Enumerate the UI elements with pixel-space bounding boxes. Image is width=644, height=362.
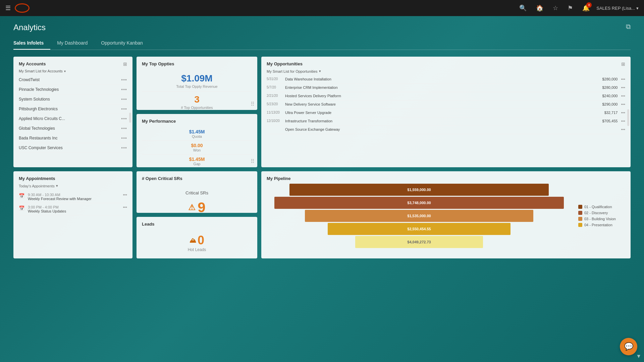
appt-menu-dots[interactable]: ••• [123,205,127,210]
list-item[interactable]: CrowdTwist ••• [19,75,127,85]
oppty-smart-list[interactable]: My Smart List for Opportunities ▾ [267,69,321,73]
item-menu-dots[interactable]: ••• [121,97,127,102]
item-menu-dots[interactable]: ••• [121,116,127,121]
leads-card: Leads ⛰ 0 Hot Leads [137,217,257,258]
gap-value: $1.45M [142,157,252,162]
pipeline-card: My Pipeline $1,559,000.00 $3,748,000.00 … [261,171,631,258]
quota-label: Quota [142,134,252,138]
list-item[interactable]: Applied Micro Circuits C... ••• [19,114,127,124]
leads-content: ⛰ 0 Hot Leads [142,229,252,256]
search-icon[interactable]: 🔍 [519,4,527,12]
oppty-smart-list-label: My Smart List for Opportunities [267,69,318,73]
opportunities-list[interactable]: 5/31/20 Data Warehouse Installation $280… [267,75,625,134]
scroll-track[interactable] [129,113,131,123]
notification-badge: 8 [586,2,592,8]
my-accounts-card: My Accounts My Smart List for Accounts ▾… [13,57,132,167]
oppty-item[interactable]: 11/13/20 Ultra Power Server Upgrade $32,… [267,109,625,117]
copy-icon[interactable]: ⧉ [626,23,631,31]
list-item[interactable]: Bada Restaurants Inc ••• [19,133,127,143]
appt-time: 9:30 AM - 10:30 AM [28,193,92,197]
oppty-menu-dots[interactable]: ••• [621,127,625,132]
legend-color [578,217,582,221]
top-oppties-metrics: $1.09M Total Top Oppty Revenue 3 # Top O… [142,69,252,110]
oppty-grid-icon[interactable]: ⊞ [621,61,625,67]
item-menu-dots[interactable]: ••• [121,106,127,112]
legend-item: 02 - Discovery [578,211,625,215]
user-menu[interactable]: SALES REP (Lisa... ▾ [596,6,639,11]
leads-flame-icon: ⛰ [190,237,196,244]
tab-opportunity-kanban[interactable]: Opportunity Kanban [101,38,150,50]
oppty-menu-dots[interactable]: ••• [621,119,625,124]
appt-menu-dots[interactable]: ••• [123,193,127,197]
list-item[interactable]: System Solutions ••• [19,95,127,104]
home-icon[interactable]: 🏠 [536,4,543,12]
oppty-item[interactable]: 12/10/20 Infrastructure Transformation $… [267,117,625,126]
performance-metrics: $1.45M Quota $0.00 Won $1.45M Gap [142,126,252,167]
list-item[interactable]: Pittsburgh Electronics ••• [19,104,127,114]
legend-item: 04 - Presentation [578,223,625,227]
smart-list-arrow: ▾ [319,69,321,73]
item-menu-dots[interactable]: ••• [121,87,127,92]
critical-srs-value: ⚠ 9 [142,199,252,213]
leads-title: Leads [142,222,252,227]
accounts-card-title: My Accounts [19,61,66,66]
oppty-menu-dots[interactable]: ••• [621,85,625,90]
appointment-item[interactable]: 📅 3:00 PM - 4:00 PM Weekly Status Update… [19,203,127,216]
critical-srs-label: Critical SRs [142,190,252,195]
critical-srs-card: # Open Critical SRs Critical SRs ⚠ 9 [137,171,257,213]
quota-value: $1.45M [142,129,252,134]
oppty-item[interactable]: Open Source Exchange Gateway ••• [267,126,625,134]
legend-color [578,205,582,209]
oppty-count: 3 [142,94,252,105]
oppty-item[interactable]: 5/7/20 Enterprise CRM Implementation $28… [267,84,625,92]
list-item[interactable]: Global Technologies ••• [19,124,127,133]
notification-bell[interactable]: 🔔 8 [582,4,590,12]
smart-list-arrow: ▾ [64,69,66,73]
accounts-grid-icon[interactable]: ⊞ [123,61,127,67]
critical-srs-title: # Open Critical SRs [142,176,252,181]
list-item[interactable]: USC Computer Services ••• [19,143,127,153]
accounts-list[interactable]: CrowdTwist ••• Pinnacle Technologies •••… [19,75,127,153]
legend-color [578,223,582,227]
tab-my-dashboard[interactable]: My Dashboard [57,38,94,50]
accounts-smart-list-label: My Smart List for Accounts [19,69,63,73]
legend-item: 03 - Building Vision [578,217,625,221]
oppty-menu-dots[interactable]: ••• [621,102,625,107]
chat-button[interactable]: 💬 [620,338,637,355]
opportunities-card: My Opportunities My Smart List for Oppor… [261,57,631,167]
oppty-item[interactable]: 5/31/20 Data Warehouse Installation $280… [267,75,625,84]
item-menu-dots[interactable]: ••• [121,145,127,150]
oppty-menu-dots[interactable]: ••• [621,94,625,99]
star-icon[interactable]: ☆ [553,4,558,12]
subtitle-arrow: ▾ [56,184,58,188]
tab-sales-infolets[interactable]: Sales Infolets [13,38,50,50]
user-chevron: ▾ [636,6,639,11]
oppty-item[interactable]: 5/23/20 New Delivery Service Software $2… [267,101,625,109]
mid-col-row1: My Top Oppties $1.09M Total Top Oppty Re… [137,57,257,167]
chat-icon: 💬 [624,342,633,351]
won-label: Won [142,148,252,152]
item-menu-dots[interactable]: ••• [121,135,127,141]
flag-icon[interactable]: ⚑ [568,4,573,12]
oppty-menu-dots[interactable]: ••• [621,111,625,115]
warning-icon: ⚠ [188,203,196,212]
list-item[interactable]: Pinnacle Technologies ••• [19,85,127,95]
appointments-subtitle: Today's Appointments ▾ [19,184,127,188]
appointment-item[interactable]: 📅 9:30 AM - 10:30 AM Weekly Forecast Rev… [19,191,127,203]
calendar-icon: 📅 [19,205,24,211]
funnel-bar-3: $1,535,000.00 [305,210,534,222]
main-content: ⧉ Analytics Sales Infolets My Dashboard … [0,16,644,362]
oppty-item[interactable]: 2/21/20 Hosted Services Delivery Platfor… [267,92,625,101]
oppty-scroll-track[interactable] [627,109,629,126]
item-menu-dots[interactable]: ••• [121,126,127,131]
drag-handle[interactable]: ⠿ [251,158,255,165]
hamburger-menu[interactable]: ☰ [5,4,11,12]
calendar-icon: 📅 [19,193,24,198]
accounts-smart-list[interactable]: My Smart List for Accounts ▾ [19,69,66,73]
pipeline-funnel: $1,559,000.00 $3,748,000.00 $1,535,000.0… [267,184,572,248]
performance-title: My Performance [142,119,252,124]
item-menu-dots[interactable]: ••• [121,77,127,82]
drag-handle[interactable]: ⠿ [251,101,255,107]
oppty-menu-dots[interactable]: ••• [621,77,625,82]
top-oppties-title: My Top Oppties [142,61,252,66]
